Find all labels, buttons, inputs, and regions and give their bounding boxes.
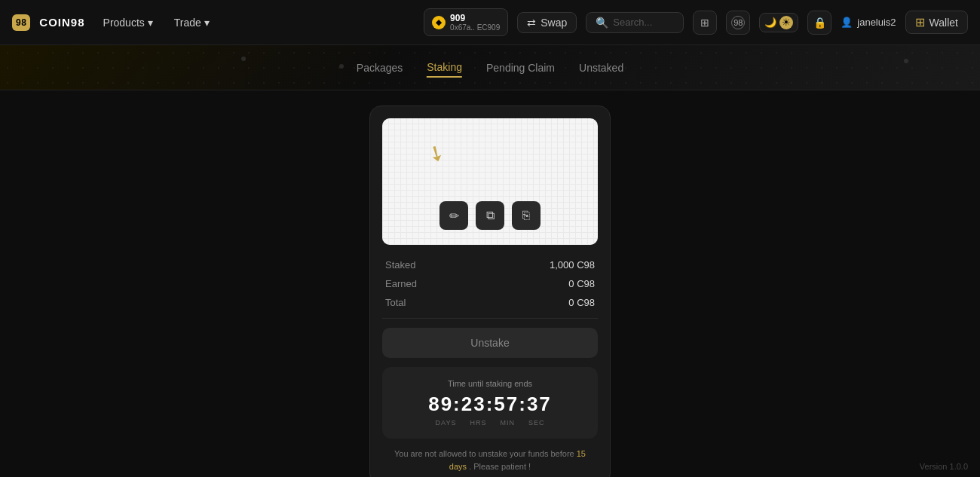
username: janeluis2 bbox=[857, 17, 896, 28]
unit-hrs: HRS bbox=[470, 419, 486, 427]
network-info: 909 0x67a.. EC909 bbox=[450, 13, 500, 32]
stat-total: Total 0 C98 bbox=[385, 293, 595, 312]
document-icon-btn[interactable]: ⊞ bbox=[693, 11, 717, 35]
unit-min: MIN bbox=[500, 419, 515, 427]
search-bar[interactable]: 🔍 Search... bbox=[586, 12, 684, 33]
dot-decoration bbox=[241, 57, 246, 61]
wallet-icon: ⊞ bbox=[915, 15, 925, 29]
stat-staked: Staked 1,000 C98 bbox=[385, 255, 595, 274]
dot-decoration bbox=[904, 59, 908, 63]
share-icon: ⎘ bbox=[522, 209, 530, 222]
unstake-button[interactable]: Unstake bbox=[382, 328, 598, 358]
dot-decoration bbox=[339, 64, 344, 69]
lock-icon-btn[interactable]: 🔒 bbox=[807, 11, 831, 35]
main-content: ➘ ✏ ⧉ ⎘ Staked 1,000 C98 Earned 0 bbox=[0, 90, 980, 477]
globe-icon: 98 bbox=[731, 16, 745, 29]
countdown-label: Time until staking ends bbox=[394, 379, 586, 388]
logo-badge: 98 bbox=[12, 14, 30, 31]
network-icon: ◆ bbox=[432, 16, 446, 29]
globe-icon-btn[interactable]: 98 bbox=[726, 11, 750, 35]
unit-sec: SEC bbox=[528, 419, 545, 427]
swap-button[interactable]: ⇄ Swap bbox=[517, 12, 577, 33]
tab-staking[interactable]: Staking bbox=[427, 58, 462, 78]
theme-toggle[interactable]: 🌙 ☀ bbox=[759, 13, 798, 32]
header: 98 COIN98 Products ▾ Trade ▾ ◆ 909 0x67a… bbox=[0, 0, 980, 45]
wallet-button[interactable]: ⊞ Wallet bbox=[905, 11, 968, 34]
warning-text: You are not allowed to unstake your fund… bbox=[382, 448, 598, 472]
nav-trade[interactable]: Trade ▾ bbox=[168, 14, 216, 32]
edit-icon: ✏ bbox=[449, 209, 459, 223]
copy-button[interactable]: ⧉ bbox=[476, 201, 504, 230]
sun-icon: ☀ bbox=[779, 16, 793, 29]
copy-icon: ⧉ bbox=[486, 209, 495, 222]
user-icon: 👤 bbox=[841, 17, 853, 28]
moon-icon: 🌙 bbox=[764, 17, 776, 28]
staking-card: ➘ ✏ ⧉ ⎘ Staked 1,000 C98 Earned 0 bbox=[369, 105, 611, 477]
tab-unstaked[interactable]: Unstaked bbox=[579, 59, 623, 77]
qr-display-area: ➘ ✏ ⧉ ⎘ bbox=[382, 118, 598, 245]
staking-stats: Staked 1,000 C98 Earned 0 C98 Total 0 C9… bbox=[382, 245, 598, 319]
stat-earned: Earned 0 C98 bbox=[385, 274, 595, 293]
search-icon: 🔍 bbox=[596, 17, 608, 29]
document-icon: ⊞ bbox=[700, 17, 709, 29]
network-selector[interactable]: ◆ 909 0x67a.. EC909 bbox=[424, 8, 508, 36]
countdown-units: DAYS HRS MIN SEC bbox=[394, 419, 586, 427]
version-label: Version 1.0.0 bbox=[920, 462, 968, 471]
unit-days: DAYS bbox=[436, 419, 457, 427]
countdown-timer: 89:23:57:37 bbox=[394, 393, 586, 416]
lock-icon: 🔒 bbox=[813, 17, 826, 29]
user-info[interactable]: 👤 janeluis2 bbox=[841, 17, 896, 28]
tabs-nav: Packages Staking Pending Claim Unstaked bbox=[357, 58, 623, 78]
swap-icon: ⇄ bbox=[527, 17, 536, 29]
edit-button[interactable]: ✏ bbox=[439, 201, 468, 230]
action-buttons-group: ✏ ⧉ ⎘ bbox=[439, 201, 541, 230]
tab-pending-claim[interactable]: Pending Claim bbox=[486, 59, 555, 77]
share-button[interactable]: ⎘ bbox=[512, 201, 541, 230]
nav-products[interactable]: Products ▾ bbox=[97, 14, 159, 32]
tab-packages[interactable]: Packages bbox=[357, 59, 403, 77]
banner: Packages Staking Pending Claim Unstaked bbox=[0, 45, 980, 90]
brand-name: COIN98 bbox=[39, 16, 84, 29]
countdown-box: Time until staking ends 89:23:57:37 DAYS… bbox=[382, 367, 598, 439]
